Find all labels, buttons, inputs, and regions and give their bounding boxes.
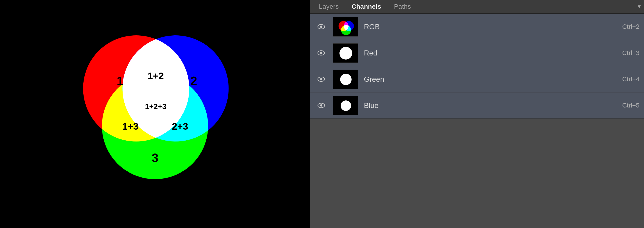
venn-label-blue: 2 bbox=[190, 74, 197, 88]
venn-label-blue-green: 2+3 bbox=[172, 121, 188, 132]
visibility-icon-green[interactable] bbox=[315, 77, 327, 82]
channel-row-blue[interactable]: Blue Ctrl+5 bbox=[310, 92, 644, 119]
venn-label-red-blue: 1+2 bbox=[148, 70, 164, 81]
channel-name-green: Green bbox=[364, 75, 622, 84]
svg-point-28 bbox=[340, 47, 352, 60]
channel-shortcut-blue: Ctrl+5 bbox=[622, 102, 640, 109]
tab-channels[interactable]: Channels bbox=[345, 1, 388, 12]
channels-list: RGB Ctrl+2 Red Ctrl+3 bbox=[310, 14, 644, 228]
visibility-icon-rgb[interactable] bbox=[315, 24, 327, 29]
channel-name-rgb: RGB bbox=[364, 22, 622, 31]
svg-point-30 bbox=[320, 78, 322, 80]
visibility-icon-blue[interactable] bbox=[315, 103, 327, 108]
channel-name-red: Red bbox=[364, 49, 622, 57]
svg-point-26 bbox=[320, 52, 322, 54]
tab-layers[interactable]: Layers bbox=[312, 1, 345, 12]
channel-row-green[interactable]: Green Ctrl+4 bbox=[310, 66, 644, 92]
svg-point-32 bbox=[340, 74, 352, 85]
channel-row-red[interactable]: Red Ctrl+3 bbox=[310, 40, 644, 66]
venn-diagram: 1 2 3 1+2 1+3 2+3 1+2+3 bbox=[70, 28, 240, 200]
right-panel: Layers Channels Paths ▼ bbox=[310, 0, 644, 228]
tab-bar: Layers Channels Paths ▼ bbox=[310, 0, 644, 14]
channel-thumb-rgb bbox=[333, 17, 358, 36]
channel-shortcut-green: Ctrl+4 bbox=[622, 76, 640, 83]
channel-shortcut-red: Ctrl+3 bbox=[622, 49, 640, 56]
channel-thumb-blue bbox=[333, 96, 358, 115]
venn-label-green: 3 bbox=[151, 151, 158, 164]
canvas-area: 1 2 3 1+2 1+3 2+3 1+2+3 bbox=[0, 0, 310, 228]
channel-row-rgb[interactable]: RGB Ctrl+2 bbox=[310, 14, 644, 40]
channel-thumb-green bbox=[333, 70, 358, 89]
tab-paths[interactable]: Paths bbox=[388, 1, 417, 12]
svg-point-12 bbox=[320, 26, 322, 28]
dropdown-arrow[interactable]: ▼ bbox=[637, 4, 642, 10]
visibility-icon-red[interactable] bbox=[315, 50, 327, 56]
svg-point-24 bbox=[345, 26, 347, 28]
channel-thumb-red bbox=[333, 43, 358, 63]
svg-point-34 bbox=[320, 104, 322, 106]
channel-name-blue: Blue bbox=[364, 101, 622, 110]
venn-label-red: 1 bbox=[116, 74, 123, 88]
venn-label-center: 1+2+3 bbox=[145, 102, 166, 110]
svg-point-36 bbox=[340, 100, 351, 111]
venn-label-red-green: 1+3 bbox=[122, 121, 138, 132]
channel-shortcut-rgb: Ctrl+2 bbox=[622, 23, 640, 30]
